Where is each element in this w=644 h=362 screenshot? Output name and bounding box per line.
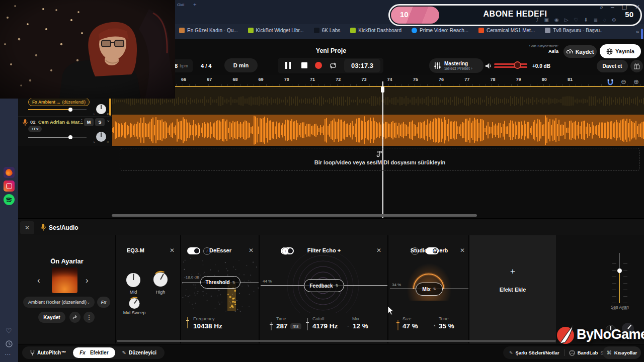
track1-volume-knob[interactable] <box>68 108 72 112</box>
time-signature[interactable]: 4 / 4 <box>201 63 211 69</box>
add-effect-zone[interactable]: + Efekt Ekle <box>469 235 556 343</box>
lyrics-notes-button[interactable]: ✎ Şarkı Sözleri/Notlar <box>509 350 559 355</box>
bookmark-item[interactable]: En Güzel Kadın - Qu... <box>179 28 238 33</box>
track1-clip[interactable] <box>112 86 644 115</box>
reverb-tone-handle-icon[interactable]: ▴ <box>434 323 436 327</box>
speaker-icon[interactable] <box>485 62 493 71</box>
bookmarks-overflow-icon[interactable]: » <box>636 29 639 35</box>
publish-label: Yayınla <box>615 48 634 54</box>
reverb-size-value[interactable]: 47 % <box>403 322 418 330</box>
track2-collapse-icon[interactable]: ⌄ <box>106 117 110 123</box>
dropzone[interactable]: Bir loop/video veya ses/MIDI dosyasını s… <box>120 148 640 171</box>
bookmark-item[interactable]: Tv8 Başvuru - Başvu... <box>545 28 602 33</box>
spotify-icon[interactable] <box>4 194 15 205</box>
master-volume-knob[interactable] <box>514 61 521 69</box>
deesser-freq-slider-icon[interactable] <box>186 317 189 330</box>
bookmark-item[interactable]: KickBot Dashboard <box>350 28 401 33</box>
eq3m-mid-knob[interactable] <box>125 272 142 291</box>
preset-menu-button[interactable]: ⋮ <box>84 312 95 323</box>
zoom-out-icon[interactable]: ⊖ <box>621 78 626 85</box>
reverb-size-slider-icon[interactable] <box>396 320 399 332</box>
tab-autopitch[interactable]: AutoPitch™ <box>25 349 71 356</box>
bookmark-label: En Güzel Kadın - Qu... <box>187 28 238 33</box>
mastering-button[interactable]: Mastering Select Preset › <box>429 58 484 73</box>
stop-button[interactable] <box>301 62 307 68</box>
master-volume-slider[interactable] <box>494 63 527 68</box>
echo-cutoff-slider-icon[interactable] <box>306 318 309 332</box>
channel-volume-track[interactable] <box>619 253 620 303</box>
track2-name[interactable]: Cem Adrian & Mar... <box>38 119 83 125</box>
horizontal-scrollbar[interactable] <box>112 214 477 217</box>
heart-icon[interactable]: ♡ <box>6 327 12 335</box>
eq3m-high-knob[interactable] <box>151 269 170 291</box>
reverb-tone-value[interactable]: 35 % <box>439 322 454 330</box>
minimize-icon[interactable]: – <box>611 4 614 11</box>
eq3m-close-icon[interactable]: ✕ <box>170 247 175 253</box>
track2-fx-chip[interactable]: +Fx <box>28 126 42 132</box>
loop-button[interactable] <box>329 61 338 71</box>
bookmark-item[interactable]: Prime Video: Reach... <box>412 28 468 33</box>
echo-time-slider-icon[interactable] <box>270 322 273 332</box>
record-button[interactable] <box>315 62 322 69</box>
preset-next-icon[interactable]: › <box>86 276 89 286</box>
echo-mix-handle-icon[interactable]: - <box>347 322 349 329</box>
echo-mix-value[interactable]: 12 % <box>353 322 368 330</box>
zoom-in-icon[interactable]: ⊕ <box>633 78 639 85</box>
tab-effects-active[interactable]: Fx Efektler <box>73 347 115 358</box>
tab-title[interactable]: Gidi <box>177 3 184 7</box>
publish-button[interactable]: Yayınla <box>600 44 641 58</box>
maximize-icon[interactable]: ▢ <box>622 4 627 11</box>
ruler-tick: 67 <box>207 77 212 82</box>
track2-waveform-clip[interactable] <box>112 115 644 146</box>
ruler-tick: 80 <box>542 77 547 82</box>
fx-panel-close-button[interactable]: ✕ <box>20 221 34 234</box>
preset-dropdown[interactable]: Ambient Rocker (düzenlendi) ⌄ <box>23 297 95 308</box>
reverb-mix-pill[interactable]: Mix ⇅ <box>416 283 443 296</box>
shortcuts-button[interactable]: ⌘ Kısayollar <box>603 346 641 359</box>
preset-share-button[interactable] <box>69 312 80 323</box>
time-display[interactable]: 03:17.3 <box>344 59 380 72</box>
new-tab-icon[interactable]: + <box>193 2 196 8</box>
tab-editor[interactable]: ✎ Düzenleyici <box>117 350 162 355</box>
bookmark-item[interactable]: KickBot Widget Libr... <box>248 28 304 33</box>
bookmark-item[interactable]: 6K Labs <box>314 28 341 33</box>
pause-button[interactable] <box>285 62 291 69</box>
gift-button[interactable] <box>630 60 643 72</box>
track2-mute-button[interactable]: M <box>84 118 94 126</box>
track2-solo-button[interactable]: S <box>95 118 105 126</box>
preset-fx-button[interactable]: Fx <box>97 297 110 308</box>
track2-pan-knob[interactable]: LR <box>95 131 107 143</box>
key-selector[interactable]: D min <box>224 58 258 72</box>
echo-feedback-pill[interactable]: Feedback ⇅ <box>304 279 344 292</box>
echo-cutoff-value[interactable]: 4179 Hz <box>312 322 338 330</box>
preset-thumbnail[interactable] <box>52 267 77 293</box>
track1-volume-slider[interactable] <box>28 109 87 111</box>
last-saved: Son Kaydedilen: Asla <box>503 44 558 54</box>
deesser-close-icon[interactable]: ✕ <box>249 247 254 253</box>
track2-volume-knob[interactable] <box>68 135 72 139</box>
preset-dropdown-chevron: ⌄ <box>87 300 91 305</box>
channel-volume-knob[interactable] <box>617 268 622 273</box>
firefox-icon[interactable] <box>4 167 15 178</box>
effects-scrollbar[interactable] <box>117 340 556 342</box>
window-close-icon[interactable]: ✕ <box>635 4 640 11</box>
deesser-threshold-pill[interactable]: Threshold ⇅ <box>200 276 240 289</box>
track1-name-pill[interactable]: Fx Ambient ... (düzenlendi) <box>28 98 90 106</box>
save-button[interactable]: Kaydet <box>564 45 597 58</box>
more-icon[interactable]: ⋯ <box>5 351 11 358</box>
clock-icon[interactable] <box>5 340 13 350</box>
track1-pan-knob[interactable]: LR <box>95 104 107 116</box>
echo-time-unit: ms <box>290 323 301 329</box>
instagram-icon[interactable] <box>4 180 15 192</box>
track2-volume-slider[interactable] <box>28 137 87 138</box>
search-icon[interactable]: ⌕ <box>600 4 603 11</box>
bookmark-label: Ceramical MS1 Met... <box>487 28 535 33</box>
echo-time-field[interactable]: 287 ms <box>276 322 301 330</box>
preset-save-button[interactable]: Kaydet <box>38 312 65 323</box>
preset-prev-icon[interactable]: ‹ <box>37 276 40 286</box>
invite-button[interactable]: Davet et <box>597 60 628 72</box>
reverb-close-icon[interactable]: ✕ <box>460 247 465 253</box>
bookmark-item[interactable]: Ceramical MS1 Met... <box>478 28 535 33</box>
deesser-freq-value[interactable]: 10438 Hz <box>193 322 222 330</box>
playhead-handle[interactable] <box>381 86 384 93</box>
